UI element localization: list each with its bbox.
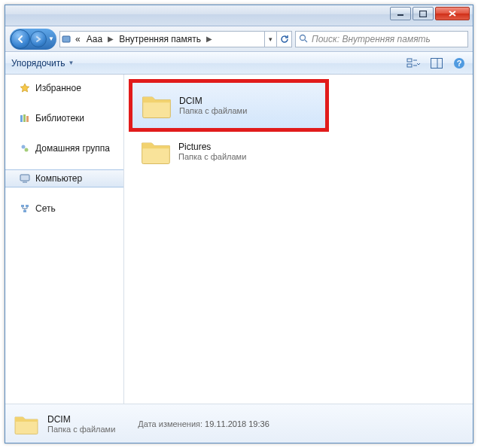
breadcrumb-dropdown[interactable]: ▾	[264, 32, 276, 47]
svg-rect-22	[23, 210, 26, 212]
sidebar-item-favorites[interactable]: Избранное	[5, 79, 123, 97]
svg-rect-14	[23, 114, 26, 122]
svg-rect-19	[23, 181, 27, 183]
folder-icon	[140, 89, 173, 122]
back-button[interactable]	[11, 29, 30, 49]
svg-rect-15	[26, 116, 29, 122]
homegroup-icon	[19, 142, 31, 154]
folder-item-pictures[interactable]: Pictures Папка с файлами	[132, 129, 326, 174]
forward-button[interactable]	[30, 31, 47, 47]
breadcrumb-seg-1[interactable]: Ааа	[84, 32, 106, 47]
svg-rect-2	[62, 36, 70, 42]
svg-rect-20	[21, 205, 24, 207]
svg-rect-0	[397, 14, 403, 16]
nav-history-dropdown[interactable]: ▼	[47, 35, 56, 42]
svg-rect-5	[407, 59, 412, 62]
content-pane[interactable]: DCIM Папка с файлами Pictures Папка с фа…	[124, 75, 473, 404]
refresh-button[interactable]	[276, 32, 291, 47]
chevron-down-icon: ▼	[68, 59, 74, 66]
search-placeholder: Поиск: Внутренняя память	[312, 34, 431, 44]
svg-rect-21	[26, 205, 29, 207]
libraries-icon	[19, 112, 31, 124]
breadcrumb-seg-2[interactable]: Внутренняя память	[116, 32, 204, 47]
svg-line-4	[305, 40, 307, 42]
help-button[interactable]: ?	[452, 56, 467, 71]
titlebar	[5, 5, 473, 26]
device-icon	[60, 33, 72, 45]
star-icon	[19, 82, 31, 94]
svg-point-16	[22, 145, 26, 149]
svg-text:?: ?	[457, 59, 462, 68]
details-sub: Папка с файлами	[47, 425, 115, 434]
svg-point-17	[25, 148, 29, 152]
svg-rect-18	[20, 175, 29, 181]
folder-item-dcim[interactable]: DCIM Папка с файлами	[132, 82, 326, 129]
folder-icon	[13, 410, 40, 437]
preview-pane-button[interactable]	[429, 56, 444, 71]
view-options-button[interactable]	[406, 56, 422, 71]
sidebar: Избранное Библиотеки Домашняя группа	[5, 75, 124, 404]
computer-icon	[19, 172, 31, 184]
sidebar-item-computer[interactable]: Компьютер	[5, 169, 123, 187]
body: Избранное Библиотеки Домашняя группа	[5, 75, 473, 404]
folder-name: Pictures	[178, 142, 246, 152]
details-modified: Дата изменения: 19.11.2018 19:36	[138, 419, 269, 428]
svg-rect-6	[407, 64, 412, 67]
folder-subtitle: Папка с файлами	[178, 152, 246, 161]
folder-subtitle: Папка с файлами	[179, 106, 247, 115]
folder-name: DCIM	[179, 96, 247, 106]
breadcrumb[interactable]: « Ааа ▶ Внутренняя память ▶ ▾	[59, 31, 292, 47]
explorer-window: ▼ « Ааа ▶ Внутренняя память ▶ ▾ Поиск: В…	[5, 5, 473, 443]
address-bar-row: ▼ « Ааа ▶ Внутренняя память ▶ ▾ Поиск: В…	[5, 26, 473, 52]
sidebar-item-homegroup[interactable]: Домашняя группа	[5, 139, 123, 157]
details-name: DCIM	[47, 414, 115, 425]
sidebar-item-network[interactable]: Сеть	[5, 200, 123, 218]
svg-rect-13	[20, 115, 23, 122]
folder-icon	[139, 135, 172, 168]
organize-menu[interactable]: Упорядочить ▼	[11, 58, 74, 69]
chevron-right-icon[interactable]: ▶	[105, 35, 116, 43]
svg-rect-1	[420, 11, 427, 17]
chevron-right-icon[interactable]: ▶	[204, 35, 215, 43]
details-pane: DCIM Папка с файлами Дата изменения: 19.…	[5, 404, 473, 443]
search-icon	[299, 34, 309, 44]
svg-point-3	[300, 35, 306, 41]
network-icon	[19, 203, 31, 215]
breadcrumb-prefix: «	[72, 32, 84, 47]
sidebar-item-libraries[interactable]: Библиотеки	[5, 109, 123, 127]
search-input[interactable]: Поиск: Внутренняя память	[295, 31, 468, 47]
maximize-button[interactable]	[413, 7, 434, 20]
toolbar: Упорядочить ▼ ?	[5, 52, 473, 75]
minimize-button[interactable]	[390, 7, 411, 20]
close-button[interactable]	[435, 7, 470, 20]
svg-rect-9	[431, 58, 443, 68]
nav-buttons: ▼	[10, 29, 56, 50]
